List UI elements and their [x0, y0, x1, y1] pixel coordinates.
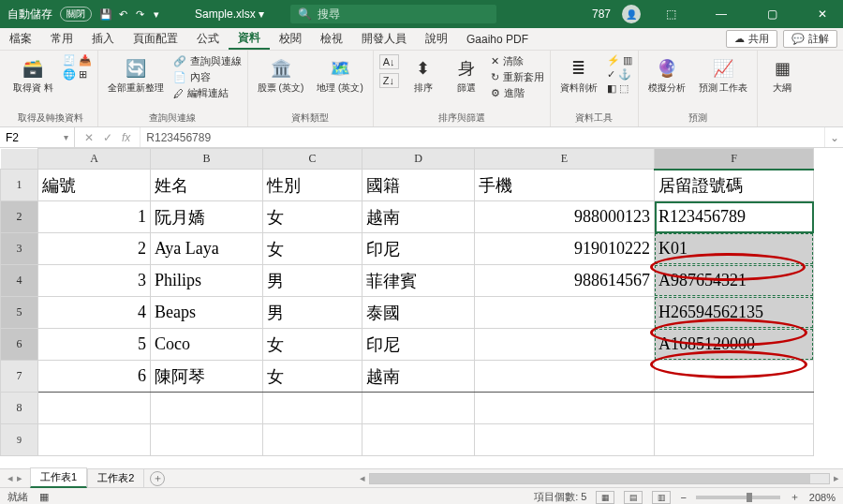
- row-4[interactable]: 4: [1, 265, 38, 297]
- row-3[interactable]: 3: [1, 233, 38, 265]
- cell[interactable]: [151, 424, 263, 456]
- cell[interactable]: 919010222: [475, 233, 655, 265]
- sort-desc[interactable]: Z↓: [379, 73, 399, 88]
- sheet-tab-2[interactable]: 工作表2: [87, 468, 144, 487]
- sort-button[interactable]: ⬍排序: [405, 54, 442, 95]
- user-avatar[interactable]: 👤: [622, 5, 641, 23]
- tab-insert[interactable]: 插入: [82, 28, 124, 50]
- tab-gaaiho[interactable]: Gaaiho PDF: [457, 28, 538, 50]
- stocks-button[interactable]: 🏛️股票 (英文): [254, 54, 307, 95]
- cell[interactable]: [655, 361, 814, 393]
- tab-developer[interactable]: 開發人員: [352, 28, 416, 50]
- window-close[interactable]: ✕: [802, 0, 843, 28]
- row-9[interactable]: 9: [1, 424, 38, 456]
- cell[interactable]: 女: [263, 201, 362, 233]
- search-box[interactable]: 🔍 搜尋: [290, 5, 496, 23]
- view-pagebreak-icon[interactable]: ▥: [652, 491, 671, 504]
- cell[interactable]: 越南: [362, 201, 475, 233]
- cell[interactable]: 6: [38, 361, 151, 393]
- ribbon-mode-icon[interactable]: ⬚: [650, 0, 691, 28]
- cell[interactable]: [151, 393, 263, 424]
- tab-help[interactable]: 說明: [416, 28, 457, 50]
- properties[interactable]: 📄 內容: [173, 70, 242, 84]
- name-box[interactable]: F2▾: [0, 127, 75, 147]
- h-scrollbar[interactable]: ◂▸: [356, 472, 843, 485]
- sort-asc[interactable]: A↓: [379, 54, 399, 69]
- row-7[interactable]: 7: [1, 361, 38, 393]
- zoom-level[interactable]: 208%: [809, 492, 836, 503]
- cell[interactable]: A1685120000: [655, 329, 814, 361]
- tool-icons[interactable]: ⚡ ▥✓ ⚓◧ ⬚: [607, 54, 632, 95]
- col-E[interactable]: E: [475, 149, 655, 170]
- advanced[interactable]: ⚙ 進階: [491, 86, 544, 100]
- cell[interactable]: 男: [263, 297, 362, 329]
- cell[interactable]: [655, 393, 814, 424]
- cell[interactable]: 越南: [362, 361, 475, 393]
- get-data-button[interactable]: 🗃️取得資 料: [9, 54, 57, 95]
- autosave-toggle[interactable]: 關閉: [60, 7, 92, 22]
- fx-icon[interactable]: fx: [122, 131, 130, 144]
- cell[interactable]: H26594562135: [655, 297, 814, 329]
- row-8[interactable]: 8: [1, 393, 38, 424]
- refresh-all-button[interactable]: 🔄全部重新整理: [104, 54, 168, 95]
- zoom-slider[interactable]: [696, 496, 780, 499]
- zoom-in-icon[interactable]: ＋: [790, 490, 800, 504]
- cell[interactable]: [362, 393, 475, 424]
- cell[interactable]: 居留證號碼: [655, 170, 814, 201]
- cell[interactable]: 988614567: [475, 265, 655, 297]
- add-sheet-button[interactable]: ＋: [150, 471, 165, 486]
- row-2[interactable]: 2: [1, 201, 38, 233]
- geo-button[interactable]: 🗺️地理 (英文): [313, 54, 366, 95]
- window-restore[interactable]: ▢: [751, 0, 792, 28]
- tab-file[interactable]: 檔案: [0, 28, 41, 50]
- cell[interactable]: [263, 393, 362, 424]
- tab-data[interactable]: 資料: [229, 28, 270, 50]
- redo-icon[interactable]: ↷: [133, 7, 146, 21]
- cell[interactable]: Coco: [151, 329, 263, 361]
- sheet-tab-1[interactable]: 工作表1: [30, 467, 87, 488]
- cell[interactable]: [475, 424, 655, 456]
- cell[interactable]: 泰國: [362, 297, 475, 329]
- col-A[interactable]: A: [38, 149, 151, 170]
- grid-area[interactable]: A B C D E F 1 編號 姓名 性別 國籍 手機 居留證號碼 2 1 阮…: [0, 148, 843, 468]
- cell[interactable]: 女: [263, 361, 362, 393]
- cell[interactable]: 男: [263, 265, 362, 297]
- cell[interactable]: 陳阿琴: [151, 361, 263, 393]
- cell[interactable]: [263, 424, 362, 456]
- cell[interactable]: [475, 329, 655, 361]
- share-button[interactable]: ☁ 共用: [726, 30, 777, 48]
- cell[interactable]: [362, 424, 475, 456]
- col-B[interactable]: B: [151, 149, 263, 170]
- cell[interactable]: [475, 361, 655, 393]
- whatif-button[interactable]: 🔮模擬分析: [644, 54, 689, 95]
- cell[interactable]: Beaps: [151, 297, 263, 329]
- cell[interactable]: 4: [38, 297, 151, 329]
- expand-formula-bar[interactable]: ⌄: [824, 127, 843, 147]
- cell[interactable]: 性別: [263, 170, 362, 201]
- view-pagelayout-icon[interactable]: ▤: [624, 491, 643, 504]
- col-C[interactable]: C: [263, 149, 362, 170]
- window-minimize[interactable]: —: [701, 0, 742, 28]
- cell[interactable]: 3: [38, 265, 151, 297]
- cell[interactable]: 5: [38, 329, 151, 361]
- queries-connections[interactable]: 🔗 查詢與連線: [173, 54, 242, 68]
- cell[interactable]: 印尼: [362, 329, 475, 361]
- reapply[interactable]: ↻ 重新套用: [491, 70, 544, 84]
- save-icon[interactable]: 💾: [99, 7, 112, 21]
- cell[interactable]: 阮月嬌: [151, 201, 263, 233]
- cancel-icon[interactable]: ✕: [84, 131, 94, 144]
- comments-button[interactable]: 💬 註解: [783, 30, 837, 48]
- sheet-prev-icon[interactable]: ◂: [7, 472, 13, 484]
- cell[interactable]: 988000123: [475, 201, 655, 233]
- row-5[interactable]: 5: [1, 297, 38, 329]
- tab-review[interactable]: 校閱: [270, 28, 311, 50]
- tab-layout[interactable]: 頁面配置: [124, 28, 187, 50]
- cell[interactable]: 2: [38, 233, 151, 265]
- view-normal-icon[interactable]: ▦: [596, 491, 614, 504]
- cell[interactable]: [475, 393, 655, 424]
- edit-links[interactable]: 🖊 編輯連結: [173, 86, 242, 100]
- cell[interactable]: 姓名: [151, 170, 263, 201]
- clear-filter[interactable]: ✕ 清除: [491, 54, 544, 68]
- forecast-sheet[interactable]: 📈預測 工作表: [695, 54, 752, 95]
- undo-icon[interactable]: ↶: [116, 7, 129, 21]
